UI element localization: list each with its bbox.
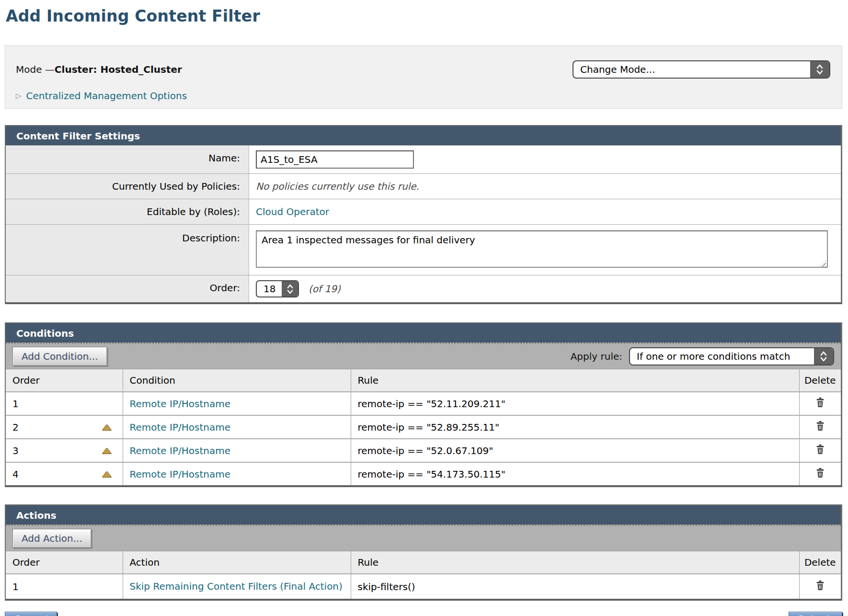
description-label: Description: <box>6 225 249 275</box>
page-title: Add Incoming Content Filter <box>5 5 842 25</box>
actions-toolbar: Add Action... <box>6 525 841 551</box>
conditions-col-rule: Rule <box>351 369 799 392</box>
actions-panel: Actions Add Action... Order Action Rule … <box>5 504 842 601</box>
conditions-col-condition: Condition <box>123 369 351 392</box>
actions-col-action: Action <box>123 551 351 574</box>
action-rule-text: skip-filters() <box>358 581 415 593</box>
move-up-icon[interactable] <box>103 424 111 430</box>
conditions-header: Conditions <box>6 323 841 342</box>
select-stepper-icon <box>814 348 833 365</box>
change-mode-select[interactable]: Change Mode... <box>573 60 830 79</box>
condition-table-row: 4 Remote IP/Hostname remote-ip == "54.17… <box>6 462 841 485</box>
actions-col-order: Order <box>6 551 123 574</box>
condition-rule-text: remote-ip == "52.0.67.109" <box>358 445 493 456</box>
apply-rule-select[interactable]: If one or more conditions match <box>629 347 834 365</box>
condition-order-number: 2 <box>12 422 19 433</box>
condition-table-row: 1 Remote IP/Hostname remote-ip == "52.11… <box>6 392 841 415</box>
condition-rule-text: remote-ip == "52.89.255.11" <box>358 422 500 433</box>
condition-rule-text: remote-ip == "54.173.50.115" <box>358 468 505 480</box>
footer-bar: Cancel Submit <box>5 612 842 616</box>
condition-link[interactable]: Remote IP/Hostname <box>130 422 230 433</box>
mode-value: Cluster: Hosted_Cluster <box>55 64 182 75</box>
name-input[interactable] <box>256 150 414 169</box>
condition-order-number: 3 <box>12 445 19 456</box>
action-table-row: 1 Skip Remaining Content Filters (Final … <box>6 574 841 599</box>
order-select-value: 18 <box>257 283 280 295</box>
mode-text: Mode —Cluster: Hosted_Cluster <box>16 64 182 75</box>
condition-rule-text: remote-ip == "52.11.209.211" <box>358 398 505 410</box>
submit-button[interactable]: Submit <box>789 612 843 616</box>
description-textarea[interactable]: Area 1 inspected messages for final deli… <box>256 230 828 268</box>
description-row: Description: Area 1 inspected messages f… <box>6 224 841 275</box>
action-link[interactable]: Skip Remaining Content Filters (Final Ac… <box>130 581 343 592</box>
delete-action-button[interactable] <box>815 580 825 591</box>
move-up-icon[interactable] <box>103 471 111 477</box>
order-total-note: (of 19) <box>309 283 341 295</box>
actions-header: Actions <box>6 505 841 525</box>
select-stepper-icon <box>282 281 298 297</box>
centralized-management-options-link[interactable]: Centralized Management Options <box>26 90 187 102</box>
policies-value: No policies currently use this rule. <box>256 181 419 192</box>
policies-label: Currently Used by Policies: <box>6 174 249 199</box>
conditions-table: Order Condition Rule Delete 1 Remote IP/… <box>6 369 841 485</box>
trash-icon <box>815 444 825 455</box>
add-action-button[interactable]: Add Action... <box>12 529 92 548</box>
editable-by-roles-label: Editable by (Roles): <box>6 199 249 224</box>
order-label: Order: <box>6 275 249 302</box>
mode-panel: Mode —Cluster: Hosted_Cluster Change Mod… <box>5 46 842 109</box>
policies-row: Currently Used by Policies: No policies … <box>6 173 841 199</box>
add-incoming-content-filter-page: Add Incoming Content Filter Mode —Cluste… <box>0 0 848 616</box>
add-condition-button[interactable]: Add Condition... <box>12 347 107 366</box>
select-stepper-icon <box>810 61 829 78</box>
actions-table: Order Action Rule Delete 1 Skip Remainin… <box>6 551 841 599</box>
cloud-operator-link[interactable]: Cloud Operator <box>256 206 329 217</box>
order-row: Order: 18 (of 19) <box>6 275 841 302</box>
mode-label: Mode — <box>16 64 55 75</box>
change-mode-select-value: Change Mode... <box>573 64 660 75</box>
condition-link[interactable]: Remote IP/Hostname <box>130 468 230 480</box>
apply-rule-label: Apply rule: <box>571 351 622 362</box>
condition-order-number: 4 <box>12 468 19 480</box>
order-select[interactable]: 18 <box>256 280 299 297</box>
cancel-button[interactable]: Cancel <box>5 612 57 616</box>
move-up-icon[interactable] <box>103 448 111 454</box>
content-filter-settings-header: Content Filter Settings <box>6 126 841 145</box>
actions-col-delete: Delete <box>799 551 841 574</box>
delete-condition-button[interactable] <box>815 421 825 431</box>
disclosure-triangle-icon[interactable]: ▷ <box>16 92 22 100</box>
name-label: Name: <box>6 146 249 173</box>
conditions-col-delete: Delete <box>799 369 841 392</box>
condition-link[interactable]: Remote IP/Hostname <box>130 445 230 456</box>
conditions-toolbar: Add Condition... Apply rule: If one or m… <box>6 342 841 369</box>
condition-link[interactable]: Remote IP/Hostname <box>130 398 230 410</box>
condition-table-row: 2 Remote IP/Hostname remote-ip == "52.89… <box>6 415 841 439</box>
delete-condition-button[interactable] <box>815 397 825 408</box>
condition-table-row: 3 Remote IP/Hostname remote-ip == "52.0.… <box>6 439 841 462</box>
trash-icon <box>815 421 825 431</box>
apply-rule-select-value: If one or more conditions match <box>630 351 795 362</box>
action-order-number: 1 <box>12 581 19 593</box>
delete-condition-button[interactable] <box>815 444 825 455</box>
conditions-col-order: Order <box>6 369 123 392</box>
content-filter-settings-panel: Content Filter Settings Name: Currently … <box>5 125 842 304</box>
trash-icon <box>815 468 825 478</box>
name-row: Name: <box>6 145 841 173</box>
editable-row: Editable by (Roles): Cloud Operator <box>6 199 841 224</box>
condition-order-number: 1 <box>12 398 19 410</box>
trash-icon <box>815 397 825 408</box>
trash-icon <box>815 580 825 591</box>
delete-condition-button[interactable] <box>815 468 825 478</box>
actions-col-rule: Rule <box>351 551 799 574</box>
conditions-panel: Conditions Add Condition... Apply rule: … <box>5 322 842 487</box>
